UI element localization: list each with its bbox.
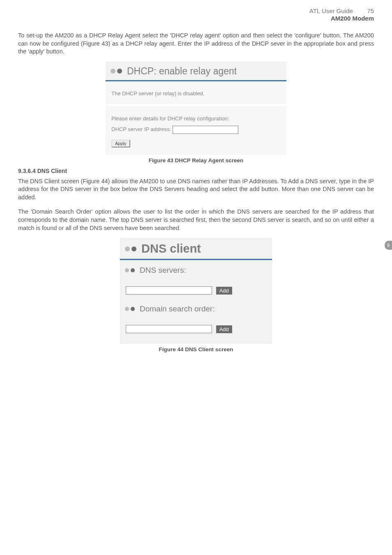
add-dns-server-button[interactable]: Add: [216, 287, 232, 295]
section-tab: 9: [385, 241, 392, 250]
paragraph-dns-1: The DNS Client screen (Figure 44) allows…: [18, 177, 374, 202]
domain-search-label: Domain search order:: [140, 304, 215, 313]
screenshot-dns-title-bar: DNS client: [120, 238, 272, 259]
screenshot-dns: DNS client DNS servers: Add Domain searc…: [120, 238, 272, 344]
figure43-caption: Figure 43 DHCP Relay Agent screen: [18, 157, 374, 164]
dhcp-disabled-msg: The DHCP server (or relay) is disabled.: [111, 90, 205, 97]
screenshot-dns-title: DNS client: [141, 242, 201, 256]
screenshot-dhcp-title: DHCP: enable relay agent: [127, 66, 237, 77]
dns-servers-panel: Add: [120, 279, 272, 302]
dots-icon: [125, 246, 138, 251]
figure44-caption: Figure 44 DNS Client screen: [18, 346, 374, 352]
paragraph-dhcp-intro: To set-up the AM200 as a DHCP Relay Agen…: [18, 32, 374, 56]
dns-servers-label: DNS servers:: [140, 266, 186, 275]
dns-server-input[interactable]: [126, 286, 212, 295]
domain-search-heading: Domain search order:: [120, 302, 272, 318]
screenshot-dhcp: DHCP: enable relay agent The DHCP server…: [106, 62, 286, 155]
heading-dns-client: 9.3.6.4 DNS Client: [18, 168, 374, 174]
dhcp-status-panel: The DHCP server (or relay) is disabled.: [106, 81, 286, 104]
add-domain-search-button[interactable]: Add: [216, 325, 232, 333]
domain-search-panel: Add: [120, 318, 272, 344]
paragraph-dns-2: The 'Domain Search Order' option allows …: [18, 208, 374, 232]
domain-search-input[interactable]: [126, 325, 212, 333]
page-number: 75: [367, 7, 374, 14]
dhcp-config-panel: Please enter details for DHCP relay conf…: [106, 106, 286, 155]
dhcp-config-msg: Please enter details for DHCP relay conf…: [111, 115, 229, 122]
page-header: ATL User Guide 75 AM200 Modem: [18, 7, 374, 22]
dots-icon: [125, 268, 136, 272]
dots-icon: [111, 69, 124, 74]
dhcp-ip-label: DHCP server IP address:: [111, 126, 171, 132]
dns-servers-heading: DNS servers:: [120, 260, 272, 279]
dhcp-ip-input[interactable]: [173, 126, 238, 134]
header-subtitle: AM200 Modem: [18, 15, 374, 22]
apply-button[interactable]: Apply: [111, 140, 130, 147]
screenshot-dhcp-title-bar: DHCP: enable relay agent: [106, 62, 286, 80]
dots-icon: [125, 307, 136, 311]
header-title: ATL User Guide: [309, 7, 353, 14]
